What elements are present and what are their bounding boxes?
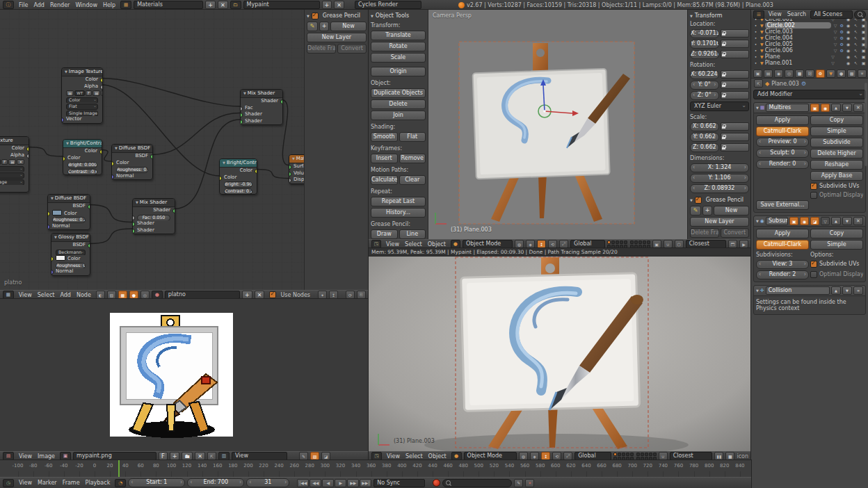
layer-toggle[interactable]: [647, 245, 650, 248]
expand-icon[interactable]: •: [753, 19, 759, 22]
visibility-eye-icon[interactable]: ◉: [845, 23, 851, 28]
texture-nodes-icon[interactable]: ▩: [118, 291, 127, 299]
node-dropdown[interactable]: Color: [0, 166, 24, 172]
modifier-name-field[interactable]: Collision: [766, 286, 830, 295]
input-socket[interactable]: [289, 178, 291, 183]
lock-icon[interactable]: [721, 70, 750, 79]
history-button[interactable]: History...: [371, 208, 426, 218]
tab-texture[interactable]: ▩: [847, 70, 856, 78]
screen-layout-icon[interactable]: ▦: [120, 1, 131, 9]
gp-draw-button[interactable]: Draw: [371, 229, 398, 239]
fake-user-button[interactable]: F: [159, 452, 168, 460]
layer-toggle[interactable]: [620, 241, 623, 244]
outliner-display-select[interactable]: All Scenes: [810, 10, 853, 19]
snap-icon[interactable]: ✦: [318, 291, 327, 299]
outliner-row-plane.001[interactable]: •▼Plane.001▽◉↖▣: [751, 60, 868, 66]
end-frame-field[interactable]: End: 700: [187, 478, 244, 487]
subdivide-uvs-checkbox[interactable]: [810, 183, 817, 190]
input-socket[interactable]: [133, 222, 135, 227]
layer-toggle[interactable]: [636, 453, 640, 456]
outliner-search-input[interactable]: [854, 10, 866, 19]
input-socket[interactable]: [241, 113, 243, 117]
snap-mode-select[interactable]: Closest: [670, 452, 713, 460]
node-diffuse-bsdf-1[interactable]: ▼Diffuse BSDFBSDFColorRoughness: 0.300No…: [111, 144, 153, 180]
render-field[interactable]: Render: 0: [756, 160, 809, 169]
screen-close-button[interactable]: ✕: [218, 1, 228, 9]
simple-button[interactable]: Simple: [810, 240, 863, 250]
manipulator-translate-icon[interactable]: ↕: [537, 240, 546, 248]
insert-keyframe-icon[interactable]: ✎: [514, 479, 523, 487]
snap-element-icon[interactable]: ⬡: [675, 240, 684, 248]
node-dropdown[interactable]: Color: [66, 97, 98, 104]
node-dropdown[interactable]: Single Image: [66, 111, 98, 117]
tab-modifiers[interactable]: ⚙: [816, 70, 825, 78]
flat-button[interactable]: Flat: [399, 132, 426, 142]
menu-add[interactable]: Add: [31, 2, 47, 8]
copy-button[interactable]: Copy: [810, 229, 863, 238]
lock-icon[interactable]: [721, 122, 750, 131]
color-swatch[interactable]: [52, 210, 62, 215]
paste-icon[interactable]: ⎘: [357, 291, 366, 299]
layer-toggle[interactable]: [653, 453, 657, 456]
current-frame-marker[interactable]: [118, 460, 120, 477]
output-socket[interactable]: [26, 154, 29, 158]
tab-object[interactable]: ■: [795, 70, 804, 78]
selectability-icon[interactable]: ↖: [853, 48, 859, 53]
duplicate-button[interactable]: Duplicate Objects: [371, 88, 426, 98]
layer-toggle[interactable]: [634, 241, 638, 244]
scale-x-field[interactable]: X: 0.662: [690, 122, 719, 131]
snap-magnet-icon[interactable]: ∪: [664, 240, 673, 248]
menu-view[interactable]: View: [384, 453, 403, 459]
tab-render-layers[interactable]: ▤: [764, 70, 773, 78]
layer-toggle[interactable]: [630, 241, 634, 244]
object-name[interactable]: Plane.001: [765, 60, 828, 66]
menu-file[interactable]: File: [16, 2, 31, 8]
render-visibility-toggle[interactable]: ▣: [810, 104, 819, 112]
node-value-field[interactable]: Roughness: 0.300: [116, 167, 148, 173]
pin-id-icon[interactable]: ⇱: [754, 79, 763, 88]
selectability-icon[interactable]: ↖: [853, 35, 859, 40]
material-add-button[interactable]: +: [242, 291, 252, 299]
outliner-editor-icon[interactable]: ☰: [753, 10, 764, 19]
timeline-ruler[interactable]: -100-80-60-40-20020406080100120140160180…: [0, 460, 751, 477]
manipulator-rotate-icon[interactable]: ⟲: [552, 452, 561, 460]
editor-type-icon[interactable]: ⓘ: [3, 1, 14, 9]
lock-icon[interactable]: [721, 40, 750, 48]
sculpt-field[interactable]: Sculpt: 0: [756, 149, 809, 158]
visibility-eye-icon[interactable]: ◉: [845, 35, 851, 40]
layer-toggle[interactable]: [607, 245, 611, 248]
material-browse-icon[interactable]: ●: [152, 291, 163, 299]
save-external-button[interactable]: Save External...: [756, 200, 809, 210]
apply-button[interactable]: Apply: [756, 115, 809, 125]
material-name-field[interactable]: platno: [165, 291, 240, 299]
pause-render-icon[interactable]: ▮▮: [714, 452, 723, 460]
input-socket[interactable]: [63, 156, 65, 161]
extras-button[interactable]: ≡: [853, 286, 863, 295]
menu-view[interactable]: View: [766, 11, 785, 17]
expand-icon[interactable]: •: [753, 35, 759, 40]
layer-toggle[interactable]: [653, 457, 657, 460]
compositing-nodes-icon[interactable]: ▧: [107, 291, 116, 299]
node-image-texture[interactable]: ▼Image TextureColorAlpha▤WTF▤✕ColorFlatS…: [61, 67, 103, 124]
play-reverse-button[interactable]: ◀: [322, 479, 334, 487]
node-editor-type-icon[interactable]: ▦: [3, 291, 14, 299]
output-socket[interactable]: [150, 154, 152, 159]
layer-toggle[interactable]: [643, 241, 646, 244]
node-value-field[interactable]: Bright: -0.900: [224, 181, 252, 188]
move-down-button[interactable]: ▼: [842, 104, 852, 112]
copy-button[interactable]: Copy: [810, 115, 863, 125]
menu-image[interactable]: Image: [35, 453, 58, 459]
move-up-button[interactable]: ▲: [831, 104, 841, 112]
reshape-button[interactable]: Reshape: [810, 160, 863, 170]
rotation-x-field[interactable]: X: 60.224°: [690, 70, 719, 79]
delete-modifier-button[interactable]: ✕: [853, 104, 863, 112]
scale-y-field[interactable]: Y: 0.662: [690, 133, 719, 142]
use-nodes-checkbox[interactable]: [269, 291, 276, 298]
layer-toggle[interactable]: [630, 457, 634, 460]
render-subdivisions-field[interactable]: Render: 2: [756, 270, 809, 279]
expand-icon[interactable]: •: [753, 29, 759, 34]
move-down-button[interactable]: ▼: [842, 217, 852, 225]
optimal-display-checkbox[interactable]: [810, 192, 817, 199]
node-value-field[interactable]: Bright: 0.000: [67, 162, 97, 168]
output-socket[interactable]: [99, 149, 102, 154]
